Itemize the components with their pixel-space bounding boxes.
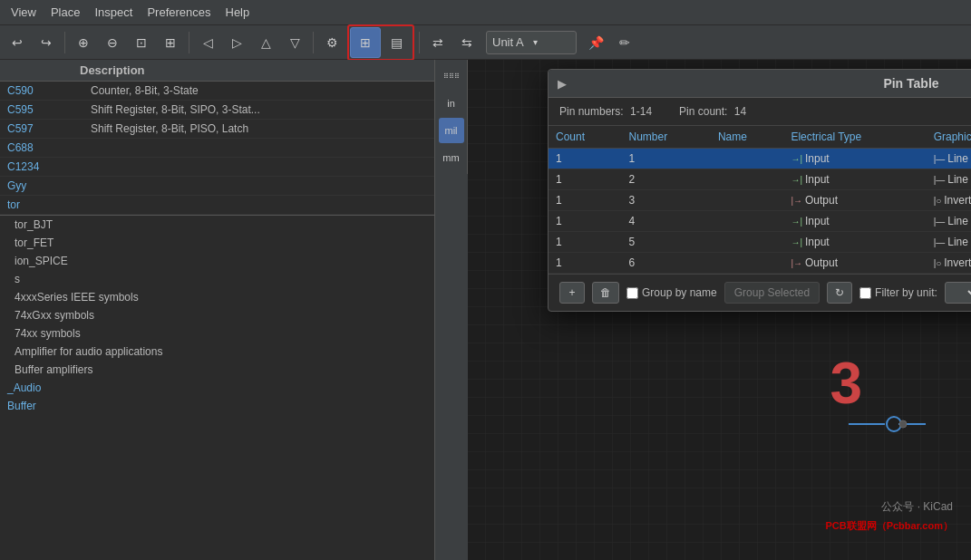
pin-table: Count Number Name Electrical Type Graphi… <box>549 126 971 274</box>
lib-col-name <box>7 63 80 77</box>
cell-count: 1 <box>549 169 622 190</box>
menu-view[interactable]: View <box>4 4 44 21</box>
lib-bottom-fet[interactable]: tor_FET <box>0 234 434 252</box>
grid-side-btn[interactable]: ⠿⠿⠿ <box>439 63 464 89</box>
back-button[interactable]: ◁ <box>194 29 221 56</box>
unit-label: Unit A <box>492 35 529 49</box>
menu-help[interactable]: Help <box>218 4 257 21</box>
undo-button[interactable]: ↩ <box>4 29 31 56</box>
lib-group-buffer[interactable]: Buffer amplifiers <box>0 361 434 379</box>
settings-button[interactable]: ⚙ <box>318 29 345 56</box>
pin-count-label: Pin count: 14 <box>679 105 746 118</box>
table-row[interactable]: 1 1 Input Line 135 mils -300 mils A <box>549 149 971 169</box>
refresh-button[interactable]: ↻ <box>827 282 852 304</box>
table-row[interactable]: 1 6 Output Inverted 160 mils 300 mils B <box>549 253 971 274</box>
lib-item[interactable]: C595Shift Register, 8-Bit, SIPO, 3-Stat.… <box>0 101 434 120</box>
cell-name <box>711 169 783 190</box>
sep2 <box>189 32 189 53</box>
redo-button[interactable]: ↪ <box>33 29 60 56</box>
group-selected-button[interactable]: Group Selected <box>724 282 820 304</box>
zoom-in-button[interactable]: ⊕ <box>70 29 97 56</box>
table-row[interactable]: 1 2 Input Line 135 mils -300 mils A <box>549 169 971 190</box>
cell-name <box>711 211 783 232</box>
lib-item[interactable]: C597Shift Register, 8-Bit, PISO, Latch <box>0 120 434 139</box>
group-by-name-label[interactable]: Group by name <box>626 286 717 299</box>
cell-electrical-type: Input <box>783 169 926 190</box>
lib-item[interactable]: C1234 <box>0 158 434 177</box>
cell-name <box>711 253 783 274</box>
cell-count: 1 <box>549 232 622 253</box>
add-pin-button[interactable]: + <box>559 282 585 304</box>
unit-mm-btn[interactable]: mm <box>439 145 464 170</box>
table-button[interactable]: ▤ <box>381 27 412 58</box>
down-button[interactable]: ▽ <box>281 29 308 56</box>
main-toolbar: ↩ ↪ ⊕ ⊖ ⊡ ⊞ ◁ ▷ △ ▽ ⚙ ⊞ ▤ ⇄ ⇆ Unit A ▾ 📌… <box>0 25 971 60</box>
dialog-arrow-btn[interactable]: ▶ <box>558 77 567 91</box>
pin-table-body: 1 1 Input Line 135 mils -300 mils A 1 2 … <box>549 149 971 274</box>
filter-by-unit-checkbox[interactable] <box>859 287 871 299</box>
pin-table-dialog: ▶ Pin Table — □ ✕ Pin numbers: 1-14 <box>548 69 971 312</box>
up-button[interactable]: △ <box>252 29 279 56</box>
unit-filter-select[interactable]: A B <box>945 282 971 304</box>
lib-audio[interactable]: _Audio <box>0 379 434 397</box>
lib-item[interactable]: Gyy <box>0 177 434 196</box>
lib-item[interactable]: C688 <box>0 139 434 158</box>
menu-inspect[interactable]: Inspect <box>87 4 140 21</box>
lib-group-amplifier[interactable]: Amplifier for audio applications <box>0 343 434 361</box>
lib-bottom-spice[interactable]: ion_SPICE <box>0 252 434 270</box>
cell-graphic-style: Line <box>927 169 971 190</box>
dialog-titlebar: ▶ Pin Table — □ ✕ <box>549 70 971 98</box>
zoom-fit-button[interactable]: ⊡ <box>128 29 155 56</box>
lib-col-desc: Description <box>80 63 145 77</box>
cell-number: 5 <box>622 232 711 253</box>
lib-bottom-bjt[interactable]: tor_BJT <box>0 216 434 234</box>
unit-mil-btn[interactable]: mil <box>439 118 464 143</box>
cell-electrical-type: Input <box>783 149 926 169</box>
table-row[interactable]: 1 4 Input Line 135 mils -300 mils B <box>549 211 971 232</box>
edit-button[interactable]: ✏ <box>611 29 638 56</box>
filter-by-unit-label[interactable]: Filter by unit: <box>859 286 937 299</box>
forward-button[interactable]: ▷ <box>223 29 250 56</box>
group-by-name-checkbox[interactable] <box>626 287 638 299</box>
table-row[interactable]: 1 5 Input Line 135 mils -300 mils B <box>549 232 971 253</box>
pin-table-head: Count Number Name Electrical Type Graphi… <box>549 126 971 149</box>
sync-button[interactable]: ⇄ <box>424 29 452 56</box>
lib-bottom-s[interactable]: s <box>0 270 434 288</box>
lib-item[interactable]: C590Counter, 8-Bit, 3-State <box>0 82 434 101</box>
lib-group-74xx[interactable]: 74xx symbols <box>0 324 434 343</box>
cell-count: 1 <box>549 149 622 169</box>
cell-number: 3 <box>622 190 711 211</box>
menu-preferences[interactable]: Preferences <box>140 4 218 21</box>
cell-graphic-style: Line <box>927 232 971 253</box>
zoom-actual-button[interactable]: ⊞ <box>157 29 184 56</box>
side-toolbar: ⠿⠿⠿ in mil mm <box>435 60 468 174</box>
cell-count: 1 <box>549 190 622 211</box>
delete-pin-button[interactable]: 🗑 <box>592 282 619 304</box>
lib-group-74xgxx[interactable]: 74xGxx symbols <box>0 306 434 324</box>
pin-table-header-row: Count Number Name Electrical Type Graphi… <box>549 126 971 149</box>
menu-place[interactable]: Place <box>44 4 88 21</box>
lib-item[interactable]: tor <box>0 196 434 215</box>
sep1 <box>64 32 65 53</box>
sync2-button[interactable]: ⇆ <box>453 29 481 56</box>
unit-selector[interactable]: Unit A ▾ <box>486 31 577 54</box>
cell-name <box>711 149 783 169</box>
pin-button[interactable]: 📌 <box>582 29 609 56</box>
lib-list[interactable]: C590Counter, 8-Bit, 3-StateC595Shift Reg… <box>0 82 434 560</box>
pin-table-wrapper[interactable]: Count Number Name Electrical Type Graphi… <box>549 126 971 274</box>
cell-graphic-style: Line <box>927 211 971 232</box>
col-count: Count <box>549 126 622 149</box>
cell-count: 1 <box>549 253 622 274</box>
lib-group-ieee[interactable]: 4xxxSeries IEEE symbols <box>0 288 434 306</box>
lib-buffer[interactable]: Buffer <box>0 397 434 415</box>
dialog-info: Pin numbers: 1-14 Pin count: 14 Duplicat… <box>549 98 971 126</box>
lib-audio-name: _Audio <box>7 381 41 394</box>
table-row[interactable]: 1 3 Output Inverted 160 mils 300 mils A <box>549 190 971 211</box>
cell-electrical-type: Output <box>783 190 926 211</box>
sep4 <box>419 32 420 53</box>
unit-in-btn[interactable]: in <box>439 91 464 116</box>
highlighted-group: ⊞ ▤ <box>347 24 414 61</box>
zoom-out-button[interactable]: ⊖ <box>99 29 126 56</box>
grid-button[interactable]: ⊞ <box>350 27 381 58</box>
cell-graphic-style: Inverted <box>927 190 971 211</box>
